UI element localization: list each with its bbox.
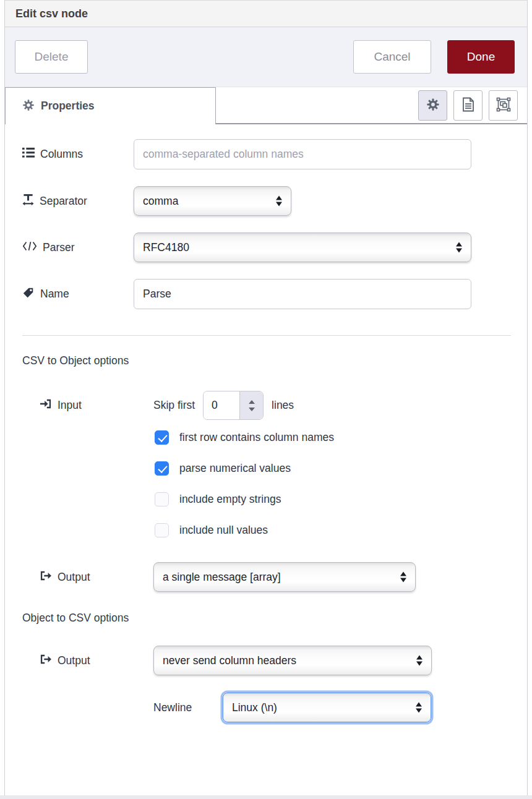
select-arrows-icon xyxy=(416,703,422,713)
parse-numerical-checkbox[interactable] xyxy=(155,461,169,476)
include-null-values-checkbox[interactable] xyxy=(155,523,169,537)
sign-out-icon xyxy=(40,654,52,668)
dialog-title: Edit csv node xyxy=(15,7,88,20)
section-divider xyxy=(22,335,511,336)
cancel-button[interactable]: Cancel xyxy=(353,40,431,74)
columns-input[interactable] xyxy=(134,139,471,169)
gear-icon xyxy=(22,99,35,114)
include-empty-strings-checkbox[interactable] xyxy=(155,492,169,506)
first-row-names-checkbox[interactable] xyxy=(155,430,169,445)
skip-first-suffix: lines xyxy=(272,399,294,412)
delete-button[interactable]: Delete xyxy=(15,40,88,74)
newline-select[interactable]: Linux (\n) xyxy=(223,693,431,722)
parser-label: Parser xyxy=(22,241,134,255)
done-button[interactable]: Done xyxy=(447,40,515,74)
separator-select-value: comma xyxy=(143,195,178,208)
skip-lines-value[interactable]: 0 xyxy=(204,391,239,419)
newline-row: Newline Linux (\n) xyxy=(153,693,527,722)
tab-toolbar xyxy=(418,90,518,121)
name-row: Name xyxy=(22,279,527,309)
file-text-icon xyxy=(461,97,475,114)
tag-icon xyxy=(22,286,35,302)
checkbox-row: first row contains column names xyxy=(155,430,527,445)
parser-row: Parser RFC4180 xyxy=(22,233,527,262)
csv-output-row: Output a single message [array] xyxy=(22,562,527,592)
select-arrows-icon xyxy=(276,196,282,207)
sign-in-icon xyxy=(40,398,52,412)
separator-row: Separator comma xyxy=(22,186,527,216)
tab-properties[interactable]: Properties xyxy=(5,87,216,124)
output-label: Output xyxy=(22,570,153,584)
checkbox-row: include empty strings xyxy=(155,492,527,506)
separator-label: Separator xyxy=(22,194,134,209)
newline-label: Newline xyxy=(153,701,223,714)
object-group-icon xyxy=(496,97,511,114)
output-label: Output xyxy=(22,654,153,668)
checkbox-row: include null values xyxy=(155,523,527,537)
description-button[interactable] xyxy=(453,90,483,121)
checkbox-label: include null values xyxy=(179,524,268,537)
dialog-button-bar: Delete Cancel Done xyxy=(5,27,527,87)
tab-properties-label: Properties xyxy=(41,100,95,113)
code-icon xyxy=(22,241,37,255)
input-label: Input xyxy=(22,398,153,412)
parser-select-value: RFC4180 xyxy=(143,241,189,254)
select-arrows-icon xyxy=(456,242,462,253)
text-width-icon xyxy=(22,194,34,209)
stepper-down-icon[interactable] xyxy=(249,408,255,411)
select-arrows-icon xyxy=(416,656,423,666)
object-output-select[interactable]: never send column headers xyxy=(153,646,432,675)
editor-tab-bar: Properties xyxy=(5,87,527,124)
dialog-frame: Edit csv node Delete Cancel Done xyxy=(4,0,528,795)
skip-lines-stepper[interactable]: 0 xyxy=(203,391,264,420)
object-to-csv-heading: Object to CSV options xyxy=(22,612,527,625)
dialog-bottom-edge xyxy=(0,795,532,799)
skip-first-group: Skip first 0 lines xyxy=(153,391,294,420)
checkbox-row: parse numerical values xyxy=(155,461,527,476)
csv-to-object-heading: CSV to Object options xyxy=(22,354,527,367)
newline-select-value: Linux (\n) xyxy=(232,701,277,714)
csv-output-select[interactable]: a single message [array] xyxy=(153,562,416,592)
dialog-header: Edit csv node xyxy=(5,1,527,27)
csv-output-select-value: a single message [array] xyxy=(163,571,281,584)
select-arrows-icon xyxy=(400,572,406,583)
list-icon xyxy=(22,147,35,162)
gear-icon xyxy=(426,98,440,114)
object-output-select-value: never send column headers xyxy=(163,654,296,667)
appearance-button[interactable] xyxy=(489,90,518,121)
object-output-row: Output never send column headers xyxy=(22,646,527,675)
columns-label: Columns xyxy=(22,147,134,162)
checkbox-label: include empty strings xyxy=(179,493,281,506)
sign-out-icon xyxy=(40,570,52,584)
stepper-buttons[interactable] xyxy=(239,391,263,419)
name-input[interactable] xyxy=(134,279,471,309)
checkbox-label: first row contains column names xyxy=(179,431,334,444)
stepper-up-icon[interactable] xyxy=(249,400,255,404)
columns-row: Columns xyxy=(22,139,527,169)
parser-select[interactable]: RFC4180 xyxy=(134,233,471,262)
properties-gear-button[interactable] xyxy=(418,90,447,121)
input-options-row: Input Skip first 0 lines xyxy=(22,391,527,420)
name-label: Name xyxy=(22,286,134,302)
skip-first-prefix: Skip first xyxy=(153,399,195,412)
checkbox-label: parse numerical values xyxy=(179,462,291,475)
separator-select[interactable]: comma xyxy=(134,186,291,216)
properties-form: Columns Separator xyxy=(5,124,527,722)
edit-csv-node-dialog: Edit csv node Delete Cancel Done xyxy=(0,0,532,799)
